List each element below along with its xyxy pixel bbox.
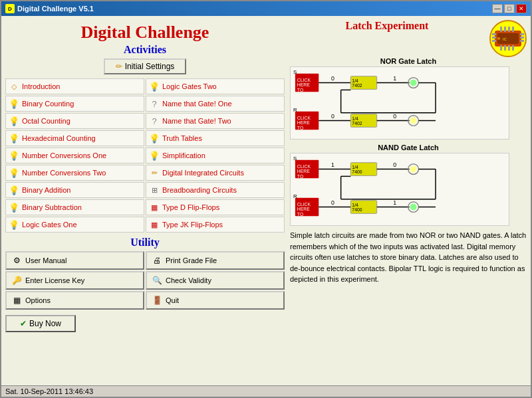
status-bar: Sat. 10-Sep-2011 13:46:43 bbox=[1, 385, 531, 397]
activity-truth-tables[interactable]: 💡 Truth Tables bbox=[146, 130, 285, 146]
svg-text:IC: IC bbox=[503, 37, 507, 41]
svg-text:R: R bbox=[293, 193, 297, 199]
utility-license-key[interactable]: 🔑 Enter License Key bbox=[5, 271, 144, 290]
title-bar-left: D Digital Challenge V5.1 bbox=[5, 4, 94, 13]
activity-label: Simplification bbox=[162, 151, 205, 159]
activity-octal-counting[interactable]: 💡 Octal Counting bbox=[5, 113, 144, 129]
activity-digital-ic[interactable]: ✏ Digital Integrated Circuits bbox=[146, 165, 285, 181]
utility-options[interactable]: ▦ Options bbox=[5, 291, 144, 310]
activity-introduction[interactable]: ◇ Introduction bbox=[5, 78, 144, 94]
svg-rect-10 bbox=[508, 27, 510, 32]
right-panel: Latch Experiment bbox=[290, 20, 527, 381]
svg-text:CLICK: CLICK bbox=[297, 202, 311, 207]
svg-text:HERE: HERE bbox=[297, 120, 310, 125]
utility-grid: ⚙ User Manual 🖨 Print Grade File 🔑 Enter… bbox=[5, 251, 285, 310]
activity-binary-subtraction[interactable]: 💡 Binary Subtraction bbox=[5, 199, 144, 215]
activity-label: Number Conversions Two bbox=[22, 169, 106, 177]
svg-text:HERE: HERE bbox=[297, 207, 310, 211]
maximize-button[interactable]: □ bbox=[504, 4, 515, 13]
utility-quit[interactable]: 🚪 Quit bbox=[146, 291, 285, 310]
nor-gate-section: NOR Gate Latch CLICK HERE TO S bbox=[290, 57, 527, 140]
gear-icon: ⚙ bbox=[11, 254, 23, 266]
activity-label: Binary Counting bbox=[22, 100, 74, 108]
utility-label: User Manual bbox=[25, 256, 66, 264]
activity-type-d-flipflop[interactable]: ▦ Type D Flip-Flops bbox=[146, 199, 285, 215]
svg-rect-13 bbox=[504, 45, 506, 50]
bars-icon: ▦ bbox=[149, 219, 160, 230]
svg-text:0: 0 bbox=[393, 161, 396, 168]
svg-text:7402: 7402 bbox=[352, 83, 362, 88]
activity-breadboarding[interactable]: ⊞ Breadboarding Circuits bbox=[146, 182, 285, 198]
main-window: D Digital Challenge V5.1 — □ ✕ Digital C… bbox=[0, 0, 532, 398]
window-title: Digital Challenge V5.1 bbox=[17, 5, 94, 13]
svg-text:HERE: HERE bbox=[297, 169, 310, 173]
utility-label: Check Validity bbox=[166, 276, 211, 284]
left-panel: Digital Challenge Activities ✏ Initial S… bbox=[5, 20, 285, 381]
nand-circuit-svg: CLICK HERE TO S 1 1/4 7400 0 bbox=[290, 153, 509, 226]
utility-label: Options bbox=[25, 296, 51, 304]
activity-name-gate-one[interactable]: ? Name that Gate! One bbox=[146, 96, 285, 112]
svg-text:0: 0 bbox=[331, 199, 334, 206]
chip-svg: IC bbox=[492, 27, 524, 50]
activities-grid: ◇ Introduction 💡 Logic Gates Two 💡 Binar… bbox=[5, 78, 285, 233]
svg-rect-14 bbox=[508, 45, 510, 50]
initial-settings-button[interactable]: ✏ Initial Settings bbox=[104, 58, 187, 74]
initial-settings-label: Initial Settings bbox=[125, 62, 175, 71]
svg-rect-1 bbox=[497, 33, 519, 44]
svg-text:S: S bbox=[293, 69, 297, 75]
svg-text:7402: 7402 bbox=[352, 121, 362, 126]
svg-text:R: R bbox=[293, 107, 297, 113]
svg-rect-12 bbox=[500, 45, 502, 50]
svg-rect-4 bbox=[492, 40, 496, 42]
question-icon: ? bbox=[149, 116, 160, 126]
svg-point-48 bbox=[410, 118, 417, 124]
bulb-icon: 💡 bbox=[149, 133, 160, 144]
activity-hex-counting[interactable]: 💡 Hexadecimal Counting bbox=[5, 130, 144, 146]
chip-icon: IC bbox=[489, 20, 527, 57]
activity-binary-addition[interactable]: 💡 Binary Addition bbox=[5, 182, 144, 198]
utility-print-grade[interactable]: 🖨 Print Grade File bbox=[146, 251, 285, 270]
activities-title: Activities bbox=[124, 44, 166, 56]
pencil-icon: ✏ bbox=[116, 62, 122, 71]
activity-type-jk-flipflop[interactable]: ▦ Type JK Flip-Flops bbox=[146, 217, 285, 233]
minimize-button[interactable]: — bbox=[492, 4, 503, 13]
buy-now-button[interactable]: ✔ Buy Now bbox=[5, 315, 76, 332]
activity-name-gate-two[interactable]: ? Name that Gate! Two bbox=[146, 113, 285, 129]
key-icon: 🔑 bbox=[11, 274, 23, 286]
bulb-icon: 💡 bbox=[9, 202, 19, 213]
checkmark-icon: ✔ bbox=[20, 319, 27, 328]
diamond-icon: ◇ bbox=[9, 81, 19, 92]
activity-label: Binary Subtraction bbox=[22, 203, 82, 211]
svg-text:TO: TO bbox=[297, 174, 303, 179]
svg-text:1: 1 bbox=[393, 199, 396, 206]
title-bar: D Digital Challenge V5.1 — □ ✕ bbox=[1, 1, 531, 16]
svg-text:1: 1 bbox=[331, 161, 334, 168]
activity-label: Logic Gates One bbox=[22, 221, 77, 229]
activity-logic-gates-one[interactable]: 💡 Logic Gates One bbox=[5, 217, 144, 233]
utility-check-validity[interactable]: 🔍 Check Validity bbox=[146, 271, 285, 290]
svg-rect-3 bbox=[492, 37, 496, 39]
svg-text:TO: TO bbox=[297, 126, 303, 130]
svg-text:TO: TO bbox=[297, 212, 303, 217]
utility-label: Enter License Key bbox=[25, 276, 84, 284]
utility-user-manual[interactable]: ⚙ User Manual bbox=[5, 251, 144, 270]
svg-text:1: 1 bbox=[393, 75, 396, 82]
bulb-icon: 💡 bbox=[9, 219, 19, 230]
pencil-icon: ✏ bbox=[149, 167, 160, 178]
svg-point-66 bbox=[410, 166, 417, 173]
activity-simplification[interactable]: 💡 Simplification bbox=[146, 148, 285, 163]
activity-logic-gates-two[interactable]: 💡 Logic Gates Two bbox=[146, 78, 285, 94]
activity-num-conv-two[interactable]: 💡 Number Conversions Two bbox=[5, 165, 144, 181]
svg-text:TO: TO bbox=[297, 88, 303, 92]
svg-rect-5 bbox=[520, 33, 524, 35]
bulb-icon: 💡 bbox=[9, 133, 19, 144]
svg-rect-7 bbox=[520, 40, 524, 42]
svg-rect-11 bbox=[512, 27, 514, 32]
svg-rect-15 bbox=[512, 45, 514, 50]
activity-num-conv-one[interactable]: 💡 Number Conversions One bbox=[5, 148, 144, 163]
app-icon: D bbox=[5, 4, 15, 13]
utility-label: Quit bbox=[166, 296, 179, 304]
svg-text:CLICK: CLICK bbox=[297, 78, 311, 82]
activity-binary-counting[interactable]: 💡 Binary Counting bbox=[5, 96, 144, 112]
close-button[interactable]: ✕ bbox=[516, 4, 527, 13]
